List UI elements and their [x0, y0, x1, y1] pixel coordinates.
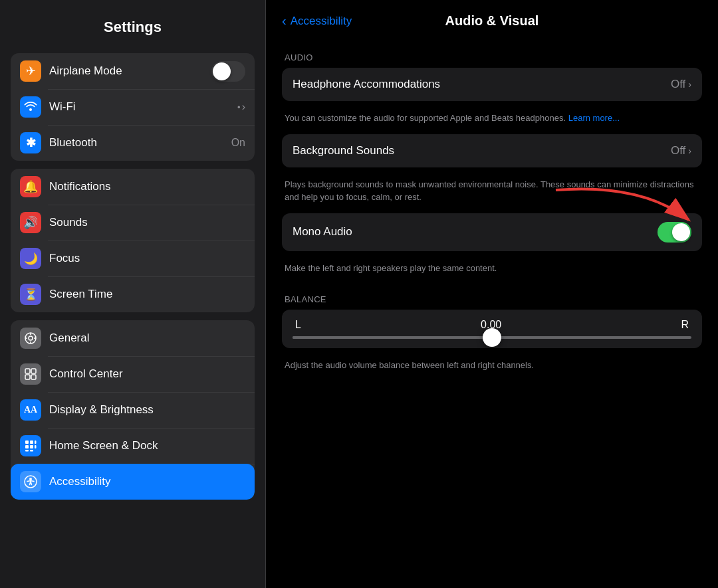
display-brightness-icon: AA	[20, 399, 41, 421]
svg-rect-17	[30, 450, 33, 452]
balance-slider-track[interactable]	[293, 336, 691, 339]
sidebar-title: Settings	[0, 0, 265, 49]
background-sounds-value-text: Off	[671, 144, 685, 157]
mono-audio-wrapper: Mono Audio	[282, 213, 702, 251]
svg-rect-11	[30, 441, 33, 444]
sidebar-item-display-brightness[interactable]: AA Display & Brightness	[11, 392, 255, 428]
mono-audio-description: Make the left and right speakers play th…	[282, 256, 702, 278]
audio-section-label: AUDIO	[282, 42, 702, 68]
main-header: ‹ Accessibility Audio & Visual	[266, 0, 718, 37]
notifications-label: Notifications	[49, 180, 245, 193]
headphone-accommodations-value: Off ›	[671, 78, 691, 91]
mono-audio-toggle[interactable]	[658, 222, 691, 243]
balance-l-label: L	[295, 319, 301, 331]
balance-slider-container: L 0.00 R	[282, 310, 702, 348]
sidebar-item-focus[interactable]: 🌙 Focus	[11, 241, 255, 276]
sidebar-item-general[interactable]: General	[11, 320, 255, 356]
focus-icon: 🌙	[20, 248, 41, 269]
sidebar-item-sounds[interactable]: 🔊 Sounds	[11, 205, 255, 241]
sidebar-item-bluetooth[interactable]: ✱ Bluetooth On	[11, 125, 255, 161]
control-center-label: Control Center	[49, 367, 245, 381]
svg-rect-10	[25, 441, 29, 444]
bluetooth-icon: ✱	[20, 132, 41, 153]
mono-audio-row[interactable]: Mono Audio	[282, 213, 702, 251]
focus-label: Focus	[49, 252, 245, 265]
back-button[interactable]: ‹ Accessibility	[282, 13, 352, 29]
sidebar: Settings ✈ Airplane Mode	[0, 0, 266, 588]
svg-rect-12	[35, 441, 37, 444]
svg-rect-8	[25, 375, 30, 379]
svg-rect-15	[35, 445, 37, 448]
screen-time-label: Screen Time	[49, 288, 245, 301]
accessibility-icon	[20, 471, 41, 492]
wifi-value: • ›	[237, 101, 245, 113]
headphone-accommodations-value-text: Off	[671, 78, 685, 91]
control-center-icon	[20, 363, 41, 385]
sounds-label: Sounds	[49, 216, 245, 229]
mono-audio-label: Mono Audio	[293, 225, 658, 239]
mono-audio-group: Mono Audio	[282, 213, 702, 251]
wifi-icon	[20, 96, 41, 118]
sounds-icon: 🔊	[20, 212, 41, 233]
background-sounds-value: Off ›	[671, 144, 691, 157]
sidebar-item-home-screen[interactable]: Home Screen & Dock	[11, 428, 255, 464]
headphone-accommodations-row[interactable]: Headphone Accommodations Off ›	[282, 68, 702, 101]
svg-point-1	[29, 336, 33, 340]
background-sounds-label: Background Sounds	[293, 144, 671, 157]
balance-r-label: R	[681, 319, 689, 331]
general-label: General	[49, 332, 245, 345]
background-sounds-chevron: ›	[688, 146, 691, 156]
screen-time-icon: ⏳	[20, 284, 41, 305]
home-screen-label: Home Screen & Dock	[49, 439, 245, 452]
sidebar-item-notifications[interactable]: 🔔 Notifications	[11, 169, 255, 205]
background-sounds-description: Plays background sounds to mask unwanted…	[282, 173, 702, 207]
bluetooth-value: On	[231, 137, 245, 149]
balance-description: Adjust the audio volume balance between …	[282, 353, 702, 375]
background-sounds-group: Background Sounds Off ›	[282, 134, 702, 167]
svg-rect-9	[31, 375, 36, 379]
main-panel: ‹ Accessibility Audio & Visual AUDIO Hea…	[266, 0, 718, 588]
svg-rect-13	[25, 445, 29, 448]
sidebar-group-notifications: 🔔 Notifications 🔊 Sounds 🌙 Focus ⏳ Scree…	[11, 169, 255, 312]
sidebar-item-control-center[interactable]: Control Center	[11, 356, 255, 392]
accessibility-label: Accessibility	[49, 475, 245, 488]
notifications-icon: 🔔	[20, 176, 41, 197]
back-label: Accessibility	[291, 15, 352, 28]
headphone-accommodations-group: Headphone Accommodations Off ›	[282, 68, 702, 101]
learn-more-link[interactable]: Learn more...	[568, 113, 620, 123]
svg-rect-6	[25, 369, 30, 373]
general-icon	[20, 328, 41, 349]
sidebar-item-screen-time[interactable]: ⏳ Screen Time	[11, 276, 255, 312]
bluetooth-label: Bluetooth	[49, 136, 231, 149]
headphone-accommodations-description: You can customize the audio for supporte…	[282, 106, 702, 128]
sidebar-item-airplane-mode[interactable]: ✈ Airplane Mode	[11, 53, 255, 89]
svg-rect-14	[30, 445, 33, 448]
balance-slider-thumb[interactable]	[483, 328, 501, 347]
svg-rect-16	[25, 450, 29, 452]
back-chevron-icon: ‹	[282, 13, 287, 29]
headphone-accommodations-chevron: ›	[688, 79, 691, 90]
wifi-label: Wi-Fi	[49, 100, 237, 114]
sidebar-group-system: General Control Center AA Display & Brig…	[11, 320, 255, 500]
sidebar-item-accessibility[interactable]: Accessibility	[11, 464, 255, 500]
sidebar-item-wifi[interactable]: Wi-Fi • ›	[11, 89, 255, 125]
sidebar-group-connectivity: ✈ Airplane Mode Wi-Fi	[11, 53, 255, 161]
main-title: Audio & Visual	[445, 13, 539, 29]
svg-point-19	[29, 478, 32, 480]
airplane-mode-toggle[interactable]	[211, 61, 245, 82]
airplane-mode-icon: ✈	[20, 60, 41, 82]
display-brightness-label: Display & Brightness	[49, 403, 245, 417]
headphone-accommodations-label: Headphone Accommodations	[293, 78, 671, 91]
background-sounds-row[interactable]: Background Sounds Off ›	[282, 134, 702, 167]
svg-rect-7	[31, 369, 36, 373]
balance-section-label: BALANCE	[282, 284, 702, 310]
home-screen-icon	[20, 435, 41, 456]
main-content: AUDIO Headphone Accommodations Off › You…	[266, 37, 718, 397]
airplane-mode-label: Airplane Mode	[49, 64, 211, 78]
